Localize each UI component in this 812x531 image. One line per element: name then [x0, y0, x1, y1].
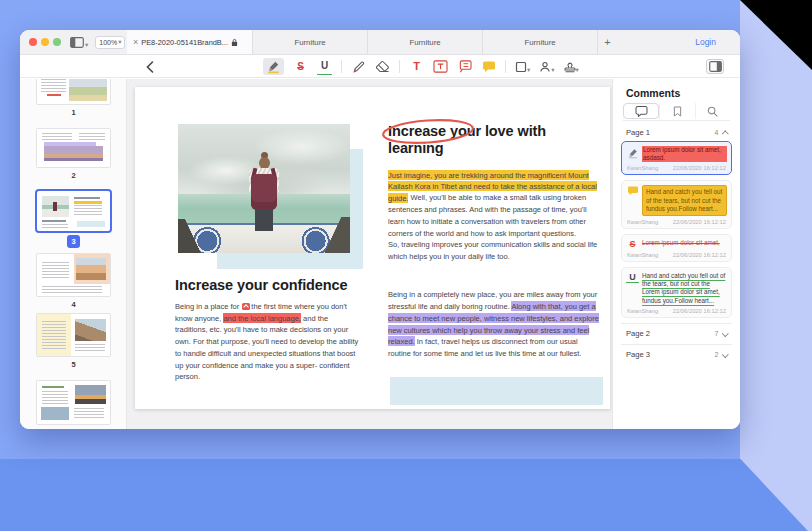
thumb-text	[42, 262, 69, 278]
thumb-image	[76, 258, 106, 280]
chevron-down-icon	[118, 38, 121, 46]
page-thumbnail-4[interactable]	[37, 254, 110, 296]
add-text-button[interactable]: T	[409, 58, 424, 75]
zoom-level-dropdown[interactable]: 100%	[95, 36, 125, 49]
thumb-heading	[42, 386, 64, 388]
comments-panel: Comments Page 1 4	[612, 79, 740, 429]
pencil-tool-button[interactable]	[351, 58, 366, 75]
shape-square-icon	[515, 61, 527, 73]
back-button[interactable]	[143, 60, 157, 74]
right-paragraph-2[interactable]: Being in a completely new place, you are…	[388, 289, 600, 359]
highlight-comment-icon	[626, 146, 639, 159]
comment-time: 22/06/2020 16:12:12	[673, 165, 726, 171]
chevron-down-icon	[576, 58, 579, 76]
text-box-icon	[433, 60, 448, 73]
search-comments-tab[interactable]	[695, 103, 730, 119]
tab-furniture-3[interactable]: Furniture	[482, 30, 597, 54]
page-number-5[interactable]: 5	[20, 360, 127, 369]
section-label: Page 2	[626, 329, 650, 338]
comment-card-highlight[interactable]: Lorem ipsum dolor sit amet, asdasd. Kwan…	[621, 141, 732, 175]
eraser-tool-button[interactable]	[375, 58, 390, 75]
tab-label: Furniture	[524, 38, 555, 47]
shapes-dropdown[interactable]	[515, 58, 530, 75]
page-decor-rect	[390, 377, 603, 405]
thumb-text	[42, 391, 68, 405]
document-workspace: Increase your confidence Being in a plac…	[127, 79, 612, 429]
left-heading[interactable]: Increase your confidence	[175, 277, 385, 293]
comment-card-strikethrough[interactable]: S Lorem ipsum dolor sit amet, KwanShang …	[621, 234, 732, 262]
tab-furniture-2[interactable]: Furniture	[367, 30, 482, 54]
sidebar-toggle-button[interactable]	[70, 33, 88, 51]
right-heading[interactable]: Increase your love with learning	[388, 123, 558, 157]
page-number-6[interactable]: 6	[20, 427, 127, 429]
close-window-button[interactable]	[29, 38, 37, 46]
text-block: So, traveling improves your communicatio…	[388, 239, 600, 262]
close-tab-icon[interactable]: ×	[133, 38, 138, 47]
page-number-1[interactable]: 1	[20, 108, 127, 117]
app-window: 100% × PE8-2020-05141BrandB... Furniture…	[20, 30, 740, 429]
page-thumbnail-3-selected[interactable]	[37, 191, 110, 231]
panel-toggle-button[interactable]	[706, 59, 724, 74]
section-label: Page 3	[626, 350, 650, 359]
comments-list-tab[interactable]	[623, 103, 659, 119]
page-thumbnail-1[interactable]	[37, 79, 110, 104]
panel-right-icon	[709, 61, 722, 72]
red-highlight-annotation[interactable]: and the local language,	[223, 313, 301, 323]
thumb-text	[42, 133, 72, 140]
circle-annotation[interactable]	[380, 118, 476, 145]
thumb-image	[41, 407, 69, 420]
minimize-window-button[interactable]	[41, 38, 49, 46]
thumb-text	[42, 321, 66, 349]
stamp-dropdown[interactable]	[564, 58, 579, 75]
bookmark-icon	[673, 106, 682, 117]
sticky-note-icon	[482, 61, 496, 73]
underline-tool-button[interactable]: U	[317, 58, 332, 75]
thumb-heading	[42, 220, 66, 222]
page-number-2[interactable]: 2	[20, 171, 127, 180]
highlight-tool-button[interactable]	[263, 58, 284, 75]
collapse-icon[interactable]	[722, 131, 728, 137]
comment-card-underline[interactable]: U Hand and catch you fell out of the tea…	[621, 267, 732, 318]
page-thumbnail-5[interactable]	[37, 314, 110, 356]
login-button[interactable]: Login	[695, 37, 716, 47]
expand-icon[interactable]	[722, 351, 728, 357]
strikethrough-tool-button[interactable]: S	[293, 58, 308, 75]
left-paragraph[interactable]: Being in a place for the first time wher…	[175, 301, 360, 383]
sticky-note-button[interactable]	[481, 58, 496, 75]
text-box-button[interactable]	[433, 58, 448, 75]
insert-annotation-icon[interactable]	[242, 303, 250, 310]
comment-text: Hand and catch you fell out of the tears…	[642, 272, 727, 305]
sidebar-layout-icon	[70, 37, 84, 48]
new-tab-button[interactable]: +	[597, 30, 617, 54]
page-3-section-header[interactable]: Page 3 2	[621, 344, 732, 365]
comment-author: KwanShang	[627, 308, 658, 314]
strikethrough-comment-icon: S	[626, 239, 639, 249]
page-number-3-selected[interactable]: 3	[67, 235, 80, 248]
thumb-decor	[77, 221, 105, 227]
thumb-text	[41, 79, 66, 92]
page-number-4[interactable]: 4	[20, 300, 127, 309]
underline-comment-icon: U	[626, 272, 639, 283]
thumb-highlight	[74, 201, 102, 204]
pdf-page[interactable]: Increase your confidence Being in a plac…	[135, 87, 610, 409]
callout-button[interactable]	[457, 58, 472, 75]
expand-icon[interactable]	[722, 330, 728, 336]
page-thumbnail-6[interactable]	[37, 381, 110, 424]
thumb-heading	[74, 197, 100, 199]
signature-dropdown[interactable]	[539, 58, 554, 75]
comment-text: Lorem ipsum dolor sit amet, asdasd.	[642, 146, 727, 162]
comment-card-note[interactable]: Hand and catch you fell out of the tears…	[621, 180, 732, 229]
comments-tabs	[623, 103, 730, 121]
page-2-section-header[interactable]: Page 2 7	[621, 323, 732, 344]
chevron-down-icon	[85, 33, 88, 51]
bookmarks-tab[interactable]	[659, 103, 694, 119]
right-paragraph-1[interactable]: Just imagine, you are trekking around th…	[388, 169, 600, 263]
tab-furniture-1[interactable]: Furniture	[252, 30, 367, 54]
page-thumbnail-2[interactable]	[37, 129, 110, 167]
document-tab[interactable]: × PE8-2020-05141BrandB...	[127, 30, 252, 54]
page-1-section-header[interactable]: Page 1 4	[621, 125, 732, 140]
comment-time: 22/06/2020 16:12:12	[673, 252, 726, 258]
pencil-icon	[352, 60, 366, 74]
eraser-icon	[375, 60, 390, 73]
fullscreen-window-button[interactable]	[53, 38, 61, 46]
